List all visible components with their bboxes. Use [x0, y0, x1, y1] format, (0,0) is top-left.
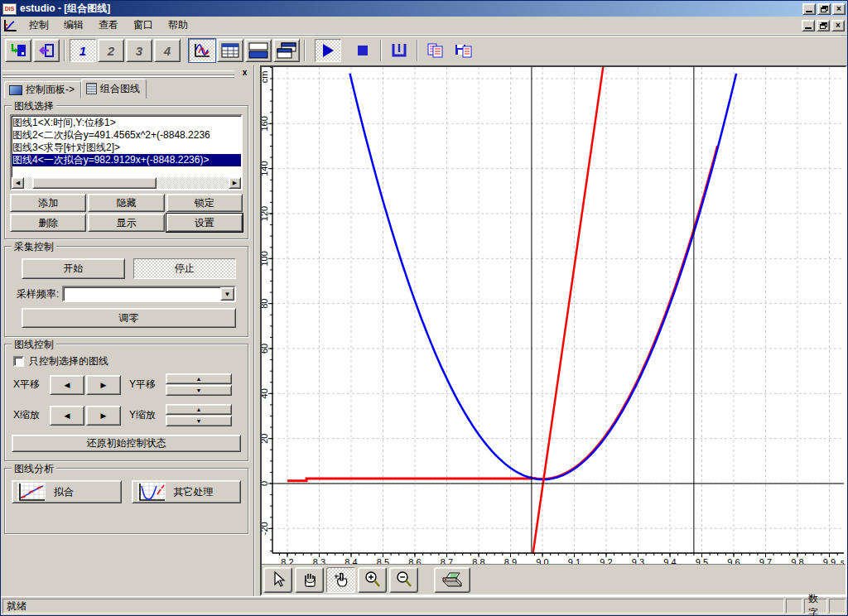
sample-rate-value[interactable] [64, 287, 220, 301]
start-capture-button[interactable]: 开始 [22, 258, 125, 279]
y-tick-label: 0 [262, 481, 269, 486]
curve-list-item-selected[interactable]: 图线4<一次拟合y=982.9129x+(-8848.2236)> [12, 154, 241, 166]
tab-combined-graph-label: 组合图线 [100, 82, 140, 96]
drag-tool-button[interactable] [326, 567, 355, 593]
exit-button[interactable] [33, 39, 60, 62]
split-horizontal-button[interactable] [245, 39, 272, 62]
mdi-close-button[interactable]: × [831, 20, 845, 31]
mdi-restore-button[interactable] [817, 20, 830, 31]
combo-dropdown-button[interactable]: ▼ [220, 287, 234, 301]
stop-run-button[interactable] [349, 39, 376, 62]
enter-digital-icon [9, 42, 27, 59]
y-pan-down-button[interactable]: ▼ [166, 385, 232, 396]
restore-initial-state-button[interactable]: 还原初始控制状态 [12, 435, 241, 452]
add-curve-button[interactable]: 添加 [10, 194, 86, 212]
status-pane-2 [829, 599, 846, 614]
curve-analysis-group: 图线分析 拟合 [4, 468, 248, 534]
cascade-windows-button[interactable] [273, 39, 300, 62]
exit-icon [37, 42, 55, 59]
menu-edit[interactable]: 编辑 [56, 17, 91, 34]
toolbar-separator [304, 40, 306, 61]
fit-button[interactable]: 拟合 [12, 480, 122, 503]
pan-tool-button[interactable] [295, 567, 324, 593]
scroll-thumb[interactable] [32, 177, 157, 189]
title-bar: DIS estudio - [组合图线] × [1, 1, 847, 17]
copy-data-button[interactable] [422, 39, 449, 62]
y-pan-up-button[interactable]: ▲ [166, 373, 232, 384]
other-processing-button[interactable]: 其它处理 [132, 480, 242, 503]
y-zoom-in-button[interactable]: ▲ [166, 404, 232, 415]
sample-rate-label: 采样频率: [17, 287, 59, 301]
scroll-right-button[interactable]: ▶ [229, 177, 241, 189]
curve-list-item[interactable]: 图线2<二次拟合y=491.4565x^2+(-8848.2236 [12, 129, 241, 142]
view4-button[interactable]: 4 [154, 39, 181, 62]
y-axis-unit: cm [262, 71, 269, 84]
chart-plot[interactable]: 8.28.38.48.58.68.78.88.99.09.19.29.39.49… [262, 67, 844, 567]
tab-combined-graph[interactable]: 组合图线 [81, 79, 147, 99]
y-tick-label: 20 [262, 434, 269, 444]
chart-panel: 8.28.38.48.58.68.78.88.99.09.19.29.39.49… [260, 65, 847, 596]
list-horizontal-scrollbar[interactable]: ◀ ▶ [12, 177, 241, 189]
x-zoom-in-button[interactable]: ▶ [86, 406, 121, 426]
pointing-hand-icon [333, 571, 349, 588]
window-title: estudio - [组合图线] [20, 2, 802, 16]
other-chart-icon [137, 483, 166, 501]
enter-digital-button[interactable] [5, 39, 31, 62]
view1-button[interactable]: 1 [70, 39, 96, 62]
select-tool-button[interactable] [263, 567, 292, 593]
zoom-out-tool-button[interactable] [389, 567, 418, 593]
zero-ruler-button[interactable] [386, 39, 412, 62]
curve-analysis-title: 图线分析 [12, 462, 56, 476]
zoom-out-icon [395, 570, 413, 589]
save-icon [455, 42, 473, 59]
status-message: 就绪 [2, 599, 784, 614]
curve-list-item[interactable]: 图线3<求导[针对图线2]> [12, 142, 241, 154]
hide-curve-button[interactable]: 隐藏 [88, 194, 164, 212]
view4-label: 4 [164, 44, 171, 58]
mdi-minimize-button[interactable] [802, 20, 815, 31]
menu-view[interactable]: 查看 [91, 17, 126, 34]
zero-adjust-button[interactable]: 调零 [22, 308, 236, 328]
panel-close-button[interactable]: x [239, 67, 250, 78]
delete-curve-button[interactable]: 删除 [10, 214, 86, 232]
stop-capture-button[interactable]: 停止 [133, 258, 237, 279]
toolbar-separator [417, 40, 418, 61]
lock-curve-button[interactable]: 锁定 [166, 194, 243, 212]
y-tick-label: 160 [262, 116, 269, 131]
view3-button[interactable]: 3 [126, 39, 152, 62]
print-button[interactable] [434, 567, 470, 593]
close-button[interactable]: × [832, 3, 846, 15]
y-zoom-out-button[interactable]: ▼ [166, 416, 232, 426]
tab-control-panel[interactable]: 控制面板-> [4, 81, 81, 99]
save-data-button[interactable] [450, 39, 477, 62]
start-run-button[interactable] [315, 39, 341, 62]
view1-label: 1 [80, 44, 86, 58]
menu-help[interactable]: 帮助 [161, 17, 195, 34]
graph-view-button[interactable] [189, 39, 215, 62]
curve-listbox[interactable]: 图线1<X:时间,Y:位移1> 图线2<二次拟合y=491.4565x^2+(-… [10, 114, 243, 190]
curve-list-item[interactable]: 图线1<X:时间,Y:位移1> [12, 117, 241, 129]
capture-control-group: 采集控制 开始 停止 采样频率: ▼ 调零 [4, 246, 248, 337]
view2-button[interactable]: 2 [98, 39, 124, 62]
x-zoom-label: X缩放 [13, 408, 50, 422]
show-curve-button[interactable]: 显示 [88, 214, 164, 232]
panel-gripper[interactable]: x [2, 68, 250, 77]
chart-toolbar [262, 564, 846, 594]
panel-tab-icon [9, 85, 22, 95]
restore-button[interactable] [817, 3, 831, 15]
scroll-left-button[interactable]: ◀ [12, 177, 24, 189]
menu-window[interactable]: 窗口 [126, 17, 161, 34]
menu-control[interactable]: 控制 [22, 17, 56, 34]
panel-splitter[interactable] [254, 65, 260, 596]
x-zoom-out-button[interactable]: ◀ [50, 406, 84, 426]
x-pan-right-button[interactable]: ▶ [86, 375, 121, 395]
minimize-button[interactable] [802, 3, 816, 15]
table-view-button[interactable] [217, 39, 243, 62]
sample-rate-combobox[interactable]: ▼ [62, 286, 236, 302]
zoom-in-tool-button[interactable] [358, 567, 387, 593]
other-processing-label: 其它处理 [174, 485, 214, 499]
only-selected-label: 只控制选择的图线 [29, 354, 108, 368]
settings-curve-button[interactable]: 设置 [166, 214, 243, 232]
only-selected-checkbox[interactable] [13, 356, 24, 367]
x-pan-left-button[interactable]: ◀ [50, 375, 84, 395]
